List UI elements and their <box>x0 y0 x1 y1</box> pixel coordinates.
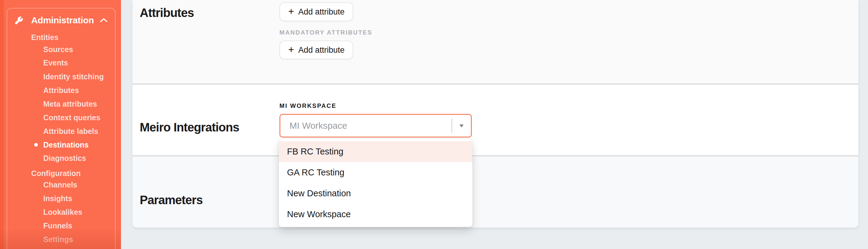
sidebar-item-destinations[interactable]: Destinations <box>43 138 89 151</box>
meiro-integrations-section <box>132 85 858 156</box>
sidebar-item-context-queries[interactable]: Context queries <box>43 111 100 124</box>
parameters-section <box>132 157 858 227</box>
add-mandatory-attribute-button[interactable]: + Add attribute <box>279 40 353 59</box>
mi-workspace-field-label: MI WORKSPACE <box>279 102 337 109</box>
sidebar-item-insights[interactable]: Insights <box>43 192 72 205</box>
dropdown-option-new-workspace[interactable]: New Workspace <box>279 204 472 225</box>
mandatory-attributes-label: MANDATORY ATTRIBUTES <box>279 29 372 36</box>
sidebar-item-sources[interactable]: Sources <box>43 43 73 56</box>
sidebar-item-attribute-labels[interactable]: Attribute labels <box>43 124 98 138</box>
attributes-section <box>132 0 858 84</box>
sidebar-item-channels[interactable]: Channels <box>43 178 78 191</box>
administration-title: Administration <box>31 15 94 25</box>
attributes-section-title: Attributes <box>140 6 194 20</box>
sidebar: Administration Entities Sources Events I… <box>0 0 121 249</box>
sidebar-item-entities[interactable]: Entities <box>31 31 58 44</box>
sidebar-item-diagnostics[interactable]: Diagnostics <box>43 151 86 165</box>
dropdown-option-new-destination[interactable]: New Destination <box>279 183 472 204</box>
mi-workspace-placeholder: MI Workspace <box>289 115 347 137</box>
settings-form-card: Attributes + Add attribute MANDATORY ATT… <box>132 0 858 227</box>
sidebar-item-lookalikes[interactable]: Lookalikes <box>43 205 82 219</box>
parameters-section-title: Parameters <box>140 193 203 207</box>
mi-workspace-select[interactable]: MI Workspace <box>279 114 472 138</box>
meiro-integrations-title: Meiro Integrations <box>140 120 239 134</box>
dropdown-option-fb-rc-testing[interactable]: FB RC Testing <box>279 141 472 162</box>
wrench-icon <box>14 16 23 25</box>
plus-icon: + <box>288 6 294 16</box>
add-attribute-button[interactable]: + Add attribute <box>279 2 353 21</box>
sidebar-item-funnels[interactable]: Funnels <box>43 219 72 232</box>
select-separator <box>452 119 452 133</box>
add-mandatory-attribute-button-label: Add attribute <box>298 46 344 55</box>
mi-workspace-dropdown: FB RC Testing GA RC Testing New Destinat… <box>279 139 472 227</box>
sidebar-item-attributes[interactable]: Attributes <box>43 84 79 97</box>
add-attribute-button-label: Add attribute <box>298 7 344 17</box>
sidebar-rail <box>0 0 4 249</box>
dropdown-option-ga-rc-testing[interactable]: GA RC Testing <box>279 162 472 183</box>
sidebar-item-settings[interactable]: Settings <box>43 233 73 246</box>
sidebar-item-events[interactable]: Events <box>43 56 68 70</box>
sidebar-item-identity-stitching[interactable]: Identity stitching <box>43 70 104 83</box>
chevron-up-icon[interactable] <box>100 17 108 23</box>
sidebar-item-meta-attributes[interactable]: Meta attributes <box>43 97 97 111</box>
plus-icon: + <box>288 45 294 55</box>
dropdown-arrow-icon[interactable] <box>459 124 464 128</box>
